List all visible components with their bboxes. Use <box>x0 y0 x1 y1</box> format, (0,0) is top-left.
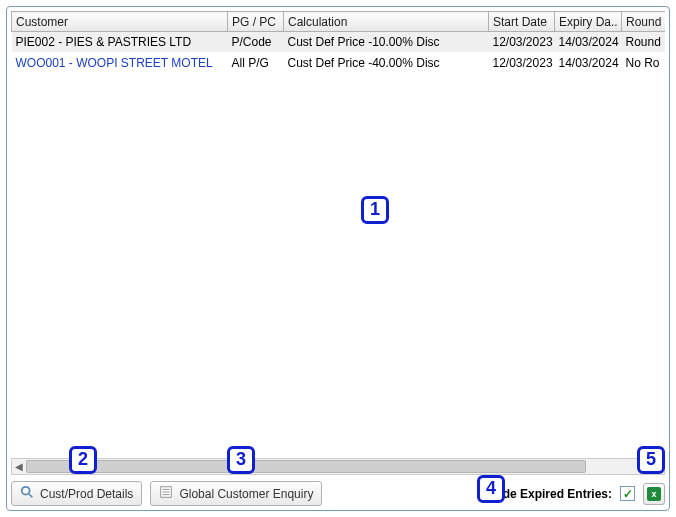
cell-customer: WOO001 - WOOPI STREET MOTEL <box>12 53 228 74</box>
col-pgpc[interactable]: PG / PC <box>228 12 284 32</box>
hide-expired-checkbox[interactable]: ✓ <box>620 486 635 501</box>
cell-pgpc: P/Code <box>228 32 284 53</box>
cell-customer: PIE002 - PIES & PASTRIES LTD <box>12 32 228 53</box>
grid-area: Customer PG / PC Calculation Start Date … <box>11 11 665 456</box>
col-customer[interactable]: Customer <box>12 12 228 32</box>
form-icon <box>159 485 173 502</box>
col-expiry-date[interactable]: Expiry Da.. <box>555 12 622 32</box>
cell-round: Round Neares <box>622 32 666 53</box>
header-row: Customer PG / PC Calculation Start Date … <box>12 12 666 32</box>
col-calculation[interactable]: Calculation <box>284 12 489 32</box>
cell-calculation: Cust Def Price -40.00% Disc <box>284 53 489 74</box>
global-customer-enquiry-button[interactable]: Global Customer Enquiry <box>150 481 322 506</box>
magnifier-icon <box>20 485 34 502</box>
global-customer-enquiry-label: Global Customer Enquiry <box>179 487 313 501</box>
cell-start-date: 12/03/2023 <box>489 32 555 53</box>
svg-point-0 <box>22 487 30 495</box>
export-excel-button[interactable]: x <box>643 483 665 505</box>
cell-expiry-date: 14/03/2024 <box>555 53 622 74</box>
scroll-left-arrow-icon[interactable]: ◀ <box>12 459 26 474</box>
table-row[interactable]: PIE002 - PIES & PASTRIES LTD P/Code Cust… <box>12 32 666 53</box>
col-start-date[interactable]: Start Date <box>489 12 555 32</box>
cell-expiry-date: 14/03/2024 <box>555 32 622 53</box>
cell-pgpc: All P/G <box>228 53 284 74</box>
scroll-thumb[interactable] <box>26 460 586 473</box>
bottom-toolbar: Cust/Prod Details Global Customer Enquir… <box>11 475 665 506</box>
cell-calculation: Cust Def Price -10.00% Disc <box>284 32 489 53</box>
table-row[interactable]: WOO001 - WOOPI STREET MOTEL All P/G Cust… <box>12 53 666 74</box>
svg-line-1 <box>29 494 33 498</box>
hide-expired-label: Hide Expired Entries: <box>491 487 612 501</box>
cust-prod-details-button[interactable]: Cust/Prod Details <box>11 481 142 506</box>
cell-round: No Ro <box>622 53 666 74</box>
scroll-right-arrow-icon[interactable]: ▶ <box>650 459 664 474</box>
annotation-1: 1 <box>361 196 389 224</box>
cust-prod-details-label: Cust/Prod Details <box>40 487 133 501</box>
col-round[interactable]: Round <box>622 12 666 32</box>
pricing-table: Customer PG / PC Calculation Start Date … <box>11 11 665 74</box>
cell-start-date: 12/03/2023 <box>489 53 555 74</box>
horizontal-scrollbar[interactable]: ◀ ▶ <box>11 458 665 475</box>
pricing-panel: Customer PG / PC Calculation Start Date … <box>6 6 670 511</box>
excel-icon: x <box>647 487 661 501</box>
